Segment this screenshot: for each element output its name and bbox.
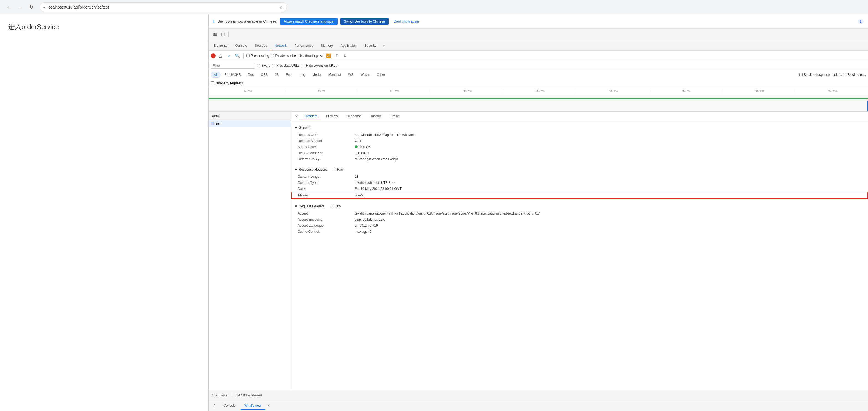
tab-application[interactable]: Application [337, 41, 361, 50]
tab-network[interactable]: Network [271, 41, 290, 50]
detail-tab-preview[interactable]: Preview [322, 113, 342, 120]
accept-encoding-value: gzip, deflate, br, zstd [355, 218, 385, 221]
request-count: 1 requests [212, 393, 227, 397]
notification-badge: 1 [858, 19, 864, 24]
device-toggle-icon[interactable]: ◫ [219, 31, 227, 38]
url-text: localhost:8010/api/orderService/test [48, 5, 109, 9]
inspect-element-icon[interactable]: ▦ [211, 31, 218, 38]
bottom-tab-whats-new[interactable]: What's new [241, 402, 265, 410]
tab-performance[interactable]: Performance [290, 41, 317, 50]
cache-control-key: Cache-Control: [298, 230, 353, 233]
accept-language-value: zh-CN,zh;q=0.9 [355, 224, 378, 227]
filter-button[interactable]: ▿ [226, 53, 232, 59]
hide-extension-urls-checkbox[interactable] [302, 64, 305, 67]
type-btn-media[interactable]: Media [309, 72, 324, 78]
request-headers-arrow: ▼ [294, 204, 298, 208]
request-raw-checkbox[interactable] [330, 205, 333, 208]
clear-button[interactable]: △ [217, 53, 224, 59]
devtools-content: Name ☰ test × Headers Preview Response I… [209, 112, 868, 390]
referrer-policy-value: strict-origin-when-cross-origin [355, 157, 398, 161]
detail-tab-timing[interactable]: Timing [386, 113, 403, 120]
page-title: 进入orderService [8, 23, 200, 31]
tab-more-button[interactable]: » [380, 42, 386, 50]
devtools-tabs: Elements Console Sources Network Perform… [209, 40, 868, 51]
bottom-tab-console[interactable]: Console [220, 402, 239, 410]
detail-tab-response[interactable]: Response [343, 113, 365, 120]
detail-tab-initiator[interactable]: Initiator [366, 113, 385, 120]
type-btn-font[interactable]: Font [283, 72, 296, 78]
response-headers-section-header[interactable]: ▼ Response Headers Raw [291, 165, 868, 173]
reload-button[interactable]: ↻ [26, 2, 36, 12]
throttle-select[interactable]: No throttling [298, 53, 324, 59]
tab-console[interactable]: Console [231, 41, 251, 50]
address-bar[interactable]: ● localhost:8010/api/orderService/test ☆ [39, 2, 287, 12]
blocked-re-option: Blocked re... [843, 73, 866, 77]
response-raw-option: Raw [333, 167, 344, 171]
response-raw-checkbox[interactable] [333, 168, 336, 171]
general-label: General [299, 126, 311, 130]
request-item-name: test [216, 122, 221, 126]
type-btn-css[interactable]: CSS [258, 72, 271, 78]
back-button[interactable]: ← [4, 2, 14, 12]
filter-input[interactable] [211, 63, 255, 69]
blocked-cookies-option: Blocked response cookies [799, 73, 842, 77]
tick-300ms: 300 ms [576, 90, 649, 93]
general-section-header[interactable]: ▼ General [291, 124, 868, 132]
devtools-notification: ℹ DevTools is now available in Chinese! … [209, 14, 868, 29]
disable-cache-checkbox[interactable] [271, 54, 274, 57]
remote-address-key: Remote Address: [298, 151, 353, 155]
close-detail-button[interactable]: × [293, 113, 300, 120]
third-party-checkbox[interactable] [211, 81, 214, 85]
tab-memory[interactable]: Memory [317, 41, 337, 50]
status-code-key: Status Code: [298, 145, 353, 149]
invert-checkbox[interactable] [257, 64, 260, 67]
download-icon[interactable]: ⇩ [342, 53, 348, 59]
request-headers-section-header[interactable]: ▼ Request Headers Raw [291, 202, 868, 211]
type-btn-img[interactable]: Img [297, 72, 308, 78]
request-url-key: Request URL: [298, 133, 353, 137]
tab-security[interactable]: Security [361, 41, 380, 50]
forward-button[interactable]: → [16, 2, 25, 12]
mykey-row-highlighted: Mykey: myVal [291, 192, 868, 199]
type-btn-wasm[interactable]: Wasm [358, 72, 373, 78]
cache-control-row: Cache-Control: max-age=0 [291, 229, 868, 234]
detail-panel: × Headers Preview Response Initiator Tim… [291, 112, 868, 390]
preserve-log-checkbox[interactable] [246, 54, 250, 57]
network-toolbar: △ ▿ 🔍 Preserve log Disable cache No thro… [209, 51, 868, 61]
type-btn-ws[interactable]: WS [345, 72, 356, 78]
hide-data-urls-checkbox[interactable] [272, 64, 275, 67]
request-url-row: Request URL: http://localhost:8010/api/o… [291, 132, 868, 138]
type-btn-all[interactable]: All [211, 72, 220, 78]
request-item-test[interactable]: ☰ test [209, 120, 291, 127]
bottom-tab-menu-icon[interactable]: ⋮ [211, 402, 218, 410]
content-type-key: Content-Type: [298, 181, 353, 185]
blocked-re-checkbox[interactable] [843, 73, 846, 76]
record-button[interactable] [211, 53, 216, 58]
accept-language-key: Accept-Language: [298, 224, 353, 227]
type-btn-doc[interactable]: Doc [245, 72, 257, 78]
type-btn-js[interactable]: JS [272, 72, 282, 78]
search-button[interactable]: 🔍 [234, 53, 241, 59]
mykey-value: myVal [355, 193, 364, 197]
notification-text: DevTools is now available in Chinese! [217, 19, 277, 23]
wifi-icon[interactable]: 📶 [326, 53, 332, 59]
tab-elements[interactable]: Elements [210, 41, 231, 50]
bottom-tab-close-button[interactable]: × [266, 403, 271, 408]
type-btn-manifest[interactable]: Manifest [326, 72, 344, 78]
dont-show-again-button[interactable]: Don't show again [394, 20, 419, 23]
type-btn-fetch-xhr[interactable]: Fetch/XHR [221, 72, 244, 78]
timeline-content [209, 95, 868, 112]
type-btn-other[interactable]: Other [374, 72, 388, 78]
detail-tab-headers[interactable]: Headers [301, 113, 321, 120]
switch-devtools-button[interactable]: Switch DevTools to Chinese [340, 18, 389, 25]
accept-key: Accept: [298, 212, 353, 215]
timeline-ticks: 50 ms 100 ms 150 ms 200 ms 250 ms 300 ms… [211, 90, 868, 93]
match-language-button[interactable]: Always match Chrome's language [280, 18, 338, 25]
edit-icon[interactable]: ✏ [392, 181, 395, 185]
blocked-cookies-checkbox[interactable] [799, 73, 803, 76]
content-type-value: text/html;charset=UTF-8 ✏ [355, 181, 395, 185]
request-headers-label: Request Headers [299, 204, 324, 208]
upload-icon[interactable]: ⇧ [334, 53, 340, 59]
devtools-main-toolbar: ▦ ◫ [209, 29, 868, 40]
tab-sources[interactable]: Sources [251, 41, 271, 50]
